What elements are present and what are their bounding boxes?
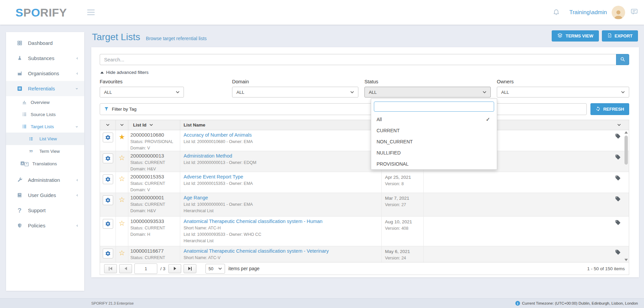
scroll-up-arrow-icon[interactable] [624, 131, 628, 134]
sidebar-item-administration[interactable]: Administration [6, 172, 84, 188]
row-settings-button[interactable] [103, 195, 113, 205]
status-filter-search-input[interactable] [374, 102, 494, 112]
sidebar-item-translations[interactable]: A* Translations [6, 158, 84, 170]
list-name-link[interactable]: Accuracy of Number of Animals [184, 132, 252, 138]
column-header-list-name[interactable]: List Name [180, 120, 382, 130]
favourites-select[interactable]: ALL [100, 87, 184, 97]
detail-line: List Id: 100000000001 - Owner: EMA [184, 202, 379, 207]
status-line: Status: CURRENT [130, 181, 177, 186]
quotes-icon: ” [28, 151, 34, 155]
table-row[interactable]: ☆ 200000000013 Status: CURRENT Domain: H… [100, 151, 629, 172]
favourite-star-icon[interactable]: ☆ [119, 175, 125, 193]
sidebar-item-organisations[interactable]: Organisations [6, 66, 84, 81]
list-id-header-label: List Id [133, 122, 147, 128]
tags-icon[interactable] [615, 133, 621, 151]
page-subtitle: Browse target referential lists [146, 36, 207, 41]
status-option-nullified[interactable]: NULLIFIED [374, 147, 494, 158]
sidebar-item-substances[interactable]: Substances [6, 51, 84, 66]
favourite-star-icon[interactable]: ☆ [119, 154, 125, 172]
sporify-logo[interactable]: SPORIFY [15, 7, 67, 18]
terms-view-button[interactable]: TERMS VIEW [552, 30, 599, 41]
status-option-provisional[interactable]: PROVISIONAL [374, 158, 494, 169]
sidebar-item-dashboard[interactable]: Dashboard [6, 35, 84, 51]
row-settings-button[interactable] [103, 219, 113, 229]
sidebar-item-support[interactable]: ? Support [6, 203, 84, 218]
page-number-input[interactable] [134, 263, 157, 274]
notifications-bell-icon[interactable] [553, 8, 560, 17]
export-button[interactable]: x EXPORT [602, 30, 638, 41]
scroll-down-arrow-icon[interactable] [624, 259, 628, 261]
filter-by-tag-input[interactable]: Filter by Tag [100, 103, 587, 115]
status-option-non-current[interactable]: NON_CURRENT [374, 136, 494, 147]
column-header-list-id[interactable]: List Id [128, 120, 180, 130]
row-settings-button[interactable] [103, 133, 113, 142]
status-option-all[interactable]: All ✓ [374, 114, 494, 125]
scrollbar-thumb[interactable] [624, 136, 628, 165]
status-filter: Status ALL [364, 79, 497, 97]
row-settings-button[interactable] [103, 153, 113, 163]
tags-icon[interactable] [615, 220, 621, 246]
row-settings-button[interactable] [103, 174, 113, 184]
row-settings-button[interactable] [103, 249, 113, 258]
domain-select[interactable]: ALL [232, 87, 358, 97]
owners-select[interactable]: ALL [497, 87, 629, 97]
column-header-actions[interactable] [100, 120, 116, 130]
sidebar-item-policies[interactable]: Policies [6, 218, 84, 233]
sidebar-item-source-lists[interactable]: Source Lists [6, 108, 84, 120]
favourite-star-icon[interactable]: ☆ [119, 220, 125, 246]
list-name-link[interactable]: Age Range [184, 195, 208, 201]
list-name-cell: Anatomical Therapeutic Chemical classifi… [180, 246, 382, 262]
sidebar-item-referentials[interactable]: Referentials [6, 81, 84, 96]
user-menu[interactable]: Training\admin [569, 9, 607, 16]
menu-toggle-icon[interactable] [86, 7, 96, 18]
previous-page-button[interactable] [119, 264, 132, 273]
status-option-current[interactable]: CURRENT [374, 125, 494, 136]
favourite-star-filled-icon[interactable]: ★ [119, 133, 125, 151]
sidebar-item-list-view[interactable]: List View [6, 133, 84, 145]
list-name-link[interactable]: Adverse Event Report Type [184, 174, 243, 180]
list-name-link[interactable]: Administration Method [184, 153, 232, 159]
search-input[interactable] [100, 54, 616, 65]
column-header-favourites[interactable] [116, 120, 128, 130]
status-select[interactable]: ALL [364, 87, 491, 97]
sidebar-item-user-guides[interactable]: User Guides [6, 188, 84, 203]
next-page-button[interactable] [168, 264, 181, 273]
table-row[interactable]: ☆ 100000093533 Status: CURRENT Domain: H… [100, 217, 629, 246]
caret-up-icon [100, 72, 104, 74]
timezone-info: i Current Timezone: (UTC+00:00) Dublin, … [515, 301, 638, 306]
first-page-button[interactable] [104, 264, 117, 273]
favourite-star-icon[interactable]: ☆ [119, 249, 125, 262]
pagination-bar: / 3 50 items per page 1 - 50 of 150 item… [100, 262, 629, 275]
table-row[interactable]: ☆ 100000000001 Status: CURRENT Domain: H… [100, 193, 629, 217]
table-row[interactable]: ☆ 200000015353 Status: CURRENT Domain: V… [100, 172, 629, 193]
actions-cell [100, 130, 116, 151]
feedback-chat-icon[interactable] [631, 8, 638, 17]
table-row[interactable]: ★ 200000010680 Status: PROVISIONAL Domai… [100, 130, 629, 151]
timezone-label: Current Timezone: (UTC+00:00) Dublin, Ed… [522, 301, 638, 305]
tags-icon[interactable] [615, 196, 621, 216]
page-size-select[interactable]: 50 [205, 264, 225, 274]
hide-advanced-filters-toggle[interactable]: Hide advanced filters [100, 69, 629, 75]
svg-text:x: x [609, 35, 610, 37]
list-name-link[interactable]: Anatomical Therapeutic Chemical classifi… [184, 248, 329, 254]
sidebar-item-overview[interactable]: Overview [6, 96, 84, 108]
favourite-star-icon[interactable]: ☆ [119, 196, 125, 216]
grid-header: List Id List Name [100, 120, 629, 130]
table-row[interactable]: ☆ 100000116677 Status: CURRENT Domain: V… [100, 246, 629, 262]
vertical-scrollbar[interactable] [624, 131, 628, 261]
list-id: 200000000013 [130, 153, 177, 159]
list-name-link[interactable]: Anatomical Therapeutic Chemical classifi… [184, 218, 322, 224]
search-button[interactable] [616, 54, 629, 65]
tags-icon[interactable] [615, 249, 621, 262]
page-title: Target Lists Browse target referential l… [92, 30, 207, 43]
status-line: Status: CURRENT [130, 160, 177, 165]
sidebar-item-term-view[interactable]: ” Term View [6, 145, 84, 158]
chevron-left-icon [76, 193, 79, 197]
refresh-button[interactable]: REFRESH [590, 103, 629, 115]
sidebar-item-target-lists[interactable]: Target Lists [6, 120, 84, 133]
tags-icon[interactable] [615, 154, 621, 172]
tags-icon[interactable] [615, 175, 621, 193]
funnel-icon [104, 106, 109, 112]
last-page-button[interactable] [184, 264, 196, 273]
avatar[interactable] [612, 6, 625, 19]
